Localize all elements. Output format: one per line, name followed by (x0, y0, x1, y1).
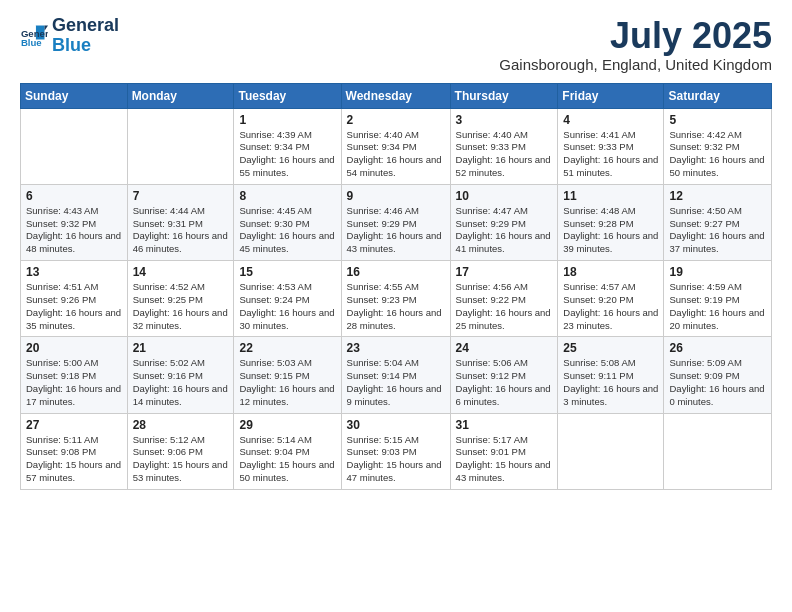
day-number: 23 (347, 341, 445, 355)
day-number: 31 (456, 418, 553, 432)
day-number: 13 (26, 265, 122, 279)
day-info: Sunrise: 4:39 AMSunset: 9:34 PMDaylight:… (239, 129, 335, 180)
day-info: Sunrise: 4:55 AMSunset: 9:23 PMDaylight:… (347, 281, 445, 332)
day-number: 17 (456, 265, 553, 279)
calendar-cell: 24Sunrise: 5:06 AMSunset: 9:12 PMDayligh… (450, 337, 558, 413)
day-info: Sunrise: 5:06 AMSunset: 9:12 PMDaylight:… (456, 357, 553, 408)
day-number: 4 (563, 113, 658, 127)
calendar-cell: 15Sunrise: 4:53 AMSunset: 9:24 PMDayligh… (234, 261, 341, 337)
calendar-cell: 4Sunrise: 4:41 AMSunset: 9:33 PMDaylight… (558, 108, 664, 184)
day-info: Sunrise: 4:59 AMSunset: 9:19 PMDaylight:… (669, 281, 766, 332)
col-tuesday: Tuesday (234, 83, 341, 108)
calendar-cell: 20Sunrise: 5:00 AMSunset: 9:18 PMDayligh… (21, 337, 128, 413)
calendar-cell: 22Sunrise: 5:03 AMSunset: 9:15 PMDayligh… (234, 337, 341, 413)
header: General Blue General Blue July 2025 Gain… (20, 16, 772, 73)
calendar-cell: 19Sunrise: 4:59 AMSunset: 9:19 PMDayligh… (664, 261, 772, 337)
day-number: 24 (456, 341, 553, 355)
day-number: 9 (347, 189, 445, 203)
calendar-week-4: 20Sunrise: 5:00 AMSunset: 9:18 PMDayligh… (21, 337, 772, 413)
calendar-cell: 13Sunrise: 4:51 AMSunset: 9:26 PMDayligh… (21, 261, 128, 337)
day-info: Sunrise: 4:53 AMSunset: 9:24 PMDaylight:… (239, 281, 335, 332)
title-block: July 2025 Gainsborough, England, United … (499, 16, 772, 73)
day-info: Sunrise: 5:14 AMSunset: 9:04 PMDaylight:… (239, 434, 335, 485)
calendar-cell: 18Sunrise: 4:57 AMSunset: 9:20 PMDayligh… (558, 261, 664, 337)
calendar-header-row: Sunday Monday Tuesday Wednesday Thursday… (21, 83, 772, 108)
day-info: Sunrise: 4:42 AMSunset: 9:32 PMDaylight:… (669, 129, 766, 180)
calendar-cell: 8Sunrise: 4:45 AMSunset: 9:30 PMDaylight… (234, 184, 341, 260)
day-info: Sunrise: 4:44 AMSunset: 9:31 PMDaylight:… (133, 205, 229, 256)
calendar-cell: 5Sunrise: 4:42 AMSunset: 9:32 PMDaylight… (664, 108, 772, 184)
day-info: Sunrise: 4:50 AMSunset: 9:27 PMDaylight:… (669, 205, 766, 256)
calendar-cell: 11Sunrise: 4:48 AMSunset: 9:28 PMDayligh… (558, 184, 664, 260)
day-number: 10 (456, 189, 553, 203)
day-number: 14 (133, 265, 229, 279)
calendar-cell (21, 108, 128, 184)
day-info: Sunrise: 4:56 AMSunset: 9:22 PMDaylight:… (456, 281, 553, 332)
day-info: Sunrise: 4:45 AMSunset: 9:30 PMDaylight:… (239, 205, 335, 256)
logo-line1: General (52, 16, 119, 36)
calendar-cell: 29Sunrise: 5:14 AMSunset: 9:04 PMDayligh… (234, 413, 341, 489)
logo-icon: General Blue (20, 22, 48, 50)
day-number: 27 (26, 418, 122, 432)
col-sunday: Sunday (21, 83, 128, 108)
calendar-cell: 27Sunrise: 5:11 AMSunset: 9:08 PMDayligh… (21, 413, 128, 489)
day-info: Sunrise: 4:40 AMSunset: 9:34 PMDaylight:… (347, 129, 445, 180)
day-number: 29 (239, 418, 335, 432)
day-number: 18 (563, 265, 658, 279)
day-info: Sunrise: 5:03 AMSunset: 9:15 PMDaylight:… (239, 357, 335, 408)
day-number: 22 (239, 341, 335, 355)
calendar-cell: 25Sunrise: 5:08 AMSunset: 9:11 PMDayligh… (558, 337, 664, 413)
calendar-cell (558, 413, 664, 489)
calendar-cell: 12Sunrise: 4:50 AMSunset: 9:27 PMDayligh… (664, 184, 772, 260)
calendar-cell: 2Sunrise: 4:40 AMSunset: 9:34 PMDaylight… (341, 108, 450, 184)
calendar-cell: 26Sunrise: 5:09 AMSunset: 9:09 PMDayligh… (664, 337, 772, 413)
day-info: Sunrise: 4:57 AMSunset: 9:20 PMDaylight:… (563, 281, 658, 332)
calendar-cell: 10Sunrise: 4:47 AMSunset: 9:29 PMDayligh… (450, 184, 558, 260)
calendar-cell (127, 108, 234, 184)
day-number: 25 (563, 341, 658, 355)
col-thursday: Thursday (450, 83, 558, 108)
day-number: 7 (133, 189, 229, 203)
calendar-cell: 9Sunrise: 4:46 AMSunset: 9:29 PMDaylight… (341, 184, 450, 260)
day-number: 19 (669, 265, 766, 279)
day-info: Sunrise: 4:46 AMSunset: 9:29 PMDaylight:… (347, 205, 445, 256)
day-number: 12 (669, 189, 766, 203)
calendar-cell: 17Sunrise: 4:56 AMSunset: 9:22 PMDayligh… (450, 261, 558, 337)
day-info: Sunrise: 4:51 AMSunset: 9:26 PMDaylight:… (26, 281, 122, 332)
day-number: 28 (133, 418, 229, 432)
calendar-cell: 1Sunrise: 4:39 AMSunset: 9:34 PMDaylight… (234, 108, 341, 184)
day-info: Sunrise: 5:15 AMSunset: 9:03 PMDaylight:… (347, 434, 445, 485)
day-info: Sunrise: 5:09 AMSunset: 9:09 PMDaylight:… (669, 357, 766, 408)
logo-text: General Blue (52, 16, 119, 56)
day-info: Sunrise: 5:02 AMSunset: 9:16 PMDaylight:… (133, 357, 229, 408)
calendar-cell: 23Sunrise: 5:04 AMSunset: 9:14 PMDayligh… (341, 337, 450, 413)
col-wednesday: Wednesday (341, 83, 450, 108)
day-number: 11 (563, 189, 658, 203)
day-info: Sunrise: 5:17 AMSunset: 9:01 PMDaylight:… (456, 434, 553, 485)
calendar-cell: 30Sunrise: 5:15 AMSunset: 9:03 PMDayligh… (341, 413, 450, 489)
page: General Blue General Blue July 2025 Gain… (0, 0, 792, 612)
calendar-cell: 28Sunrise: 5:12 AMSunset: 9:06 PMDayligh… (127, 413, 234, 489)
calendar-cell: 7Sunrise: 4:44 AMSunset: 9:31 PMDaylight… (127, 184, 234, 260)
day-number: 1 (239, 113, 335, 127)
day-info: Sunrise: 5:08 AMSunset: 9:11 PMDaylight:… (563, 357, 658, 408)
calendar-week-5: 27Sunrise: 5:11 AMSunset: 9:08 PMDayligh… (21, 413, 772, 489)
day-info: Sunrise: 4:52 AMSunset: 9:25 PMDaylight:… (133, 281, 229, 332)
day-number: 16 (347, 265, 445, 279)
day-info: Sunrise: 4:48 AMSunset: 9:28 PMDaylight:… (563, 205, 658, 256)
day-number: 26 (669, 341, 766, 355)
calendar-week-2: 6Sunrise: 4:43 AMSunset: 9:32 PMDaylight… (21, 184, 772, 260)
calendar: Sunday Monday Tuesday Wednesday Thursday… (20, 83, 772, 490)
svg-text:Blue: Blue (21, 36, 42, 47)
location-title: Gainsborough, England, United Kingdom (499, 56, 772, 73)
day-number: 20 (26, 341, 122, 355)
day-number: 21 (133, 341, 229, 355)
calendar-cell: 3Sunrise: 4:40 AMSunset: 9:33 PMDaylight… (450, 108, 558, 184)
day-number: 30 (347, 418, 445, 432)
logo: General Blue General Blue (20, 16, 119, 56)
col-monday: Monday (127, 83, 234, 108)
day-number: 5 (669, 113, 766, 127)
calendar-cell (664, 413, 772, 489)
day-number: 15 (239, 265, 335, 279)
day-info: Sunrise: 5:04 AMSunset: 9:14 PMDaylight:… (347, 357, 445, 408)
